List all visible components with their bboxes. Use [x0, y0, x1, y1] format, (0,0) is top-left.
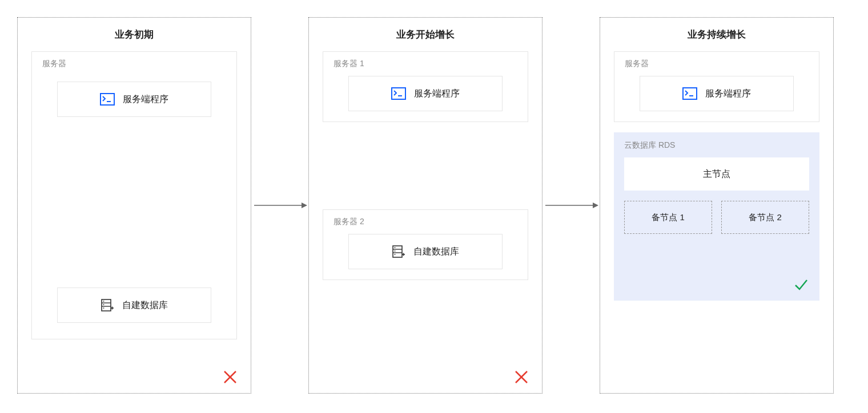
- app-node: 服务端程序: [57, 82, 211, 117]
- svg-point-20: [395, 250, 396, 252]
- panel-title: 业务开始增长: [323, 28, 528, 41]
- db-node-label: 自建数据库: [413, 246, 459, 258]
- app-node-label: 服务端程序: [414, 88, 460, 100]
- group-label: 服务器: [625, 59, 809, 69]
- group-label: 服务器 1: [333, 59, 517, 69]
- svg-rect-16: [393, 246, 402, 257]
- server-group: 服务器 服务端程序: [31, 51, 237, 339]
- db-node: 自建数据库: [57, 288, 211, 323]
- svg-marker-27: [593, 203, 598, 208]
- panel-growth-start: 业务开始增长 服务器 1 服务端程序 服务器 2: [308, 17, 542, 394]
- svg-point-7: [103, 307, 105, 309]
- arrow-2: [542, 17, 600, 394]
- diagram-canvas: 业务初期 服务器 服务端程序: [17, 17, 851, 394]
- fail-icon: [513, 369, 529, 385]
- svg-rect-2: [102, 299, 111, 311]
- ok-icon: [793, 277, 809, 293]
- database-icon: [101, 298, 114, 312]
- group-label: 服务器: [42, 59, 226, 69]
- arrow-1: [251, 17, 308, 394]
- database-icon: [392, 245, 405, 258]
- main-node-label: 主节点: [703, 168, 730, 180]
- main-node: 主节点: [624, 157, 809, 191]
- replica-node-2: 备节点 2: [721, 201, 809, 234]
- server-group: 服务器 服务端程序: [614, 51, 819, 122]
- replica-row: 备节点 1 备节点 2: [624, 201, 809, 234]
- replica-label: 备节点 2: [749, 212, 782, 223]
- panel-title: 业务初期: [31, 28, 237, 41]
- terminal-icon: [682, 87, 697, 100]
- svg-point-21: [395, 254, 396, 255]
- svg-rect-0: [101, 94, 114, 105]
- replica-node-1: 备节点 1: [624, 201, 712, 234]
- replica-label: 备节点 1: [652, 212, 685, 223]
- app-node-label: 服务端程序: [705, 88, 751, 100]
- svg-point-6: [103, 304, 105, 305]
- svg-marker-13: [302, 203, 307, 208]
- svg-point-5: [103, 301, 105, 302]
- app-node: 服务端程序: [640, 76, 794, 111]
- svg-point-19: [395, 247, 396, 248]
- db-node: 自建数据库: [348, 234, 503, 269]
- terminal-icon: [391, 87, 406, 100]
- server-group-2: 服务器 2 自建数据库: [323, 209, 528, 280]
- panel-sustained-growth: 业务持续增长 服务器 服务端程序 云数据库 RDS 主节点: [600, 17, 834, 394]
- server-group-1: 服务器 1 服务端程序: [323, 51, 528, 122]
- svg-rect-28: [683, 88, 697, 99]
- terminal-icon: [100, 93, 115, 106]
- rds-label: 云数据库 RDS: [624, 140, 809, 151]
- panel-title: 业务持续增长: [614, 28, 819, 41]
- rds-group: 云数据库 RDS 主节点 备节点 1 备节点 2: [614, 132, 819, 301]
- fail-icon: [222, 369, 238, 385]
- panel-initial: 业务初期 服务器 服务端程序: [17, 17, 251, 394]
- app-node: 服务端程序: [348, 76, 503, 111]
- db-node-label: 自建数据库: [122, 299, 168, 311]
- app-node-label: 服务端程序: [123, 94, 168, 106]
- svg-rect-14: [392, 88, 405, 99]
- group-label: 服务器 2: [333, 217, 517, 227]
